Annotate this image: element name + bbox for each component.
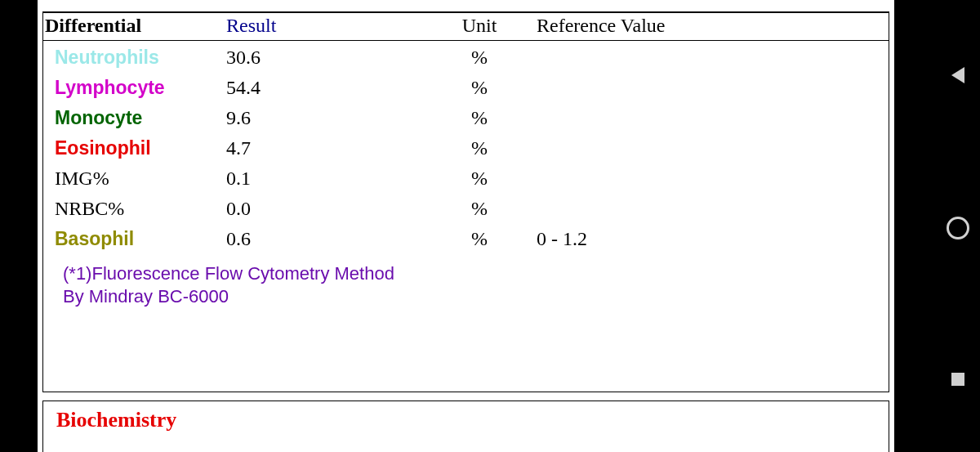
- biochemistry-panel: Biochemistry: [42, 401, 889, 452]
- row-label: IMG%: [55, 168, 226, 190]
- table-row: Eosinophil4.7%: [55, 133, 889, 163]
- header-reference: Reference Value: [537, 15, 749, 37]
- method-line1: (*1)Fluorescence Flow Cytometry Method: [63, 262, 889, 285]
- row-reference: 0 - 1.2: [537, 228, 749, 250]
- row-label: Neutrophils: [55, 47, 226, 69]
- differential-panel: Differential Result Unit Reference Value…: [42, 11, 889, 392]
- nav-home-icon[interactable]: [947, 217, 969, 239]
- row-label: NRBC%: [55, 198, 226, 220]
- row-result: 9.6: [226, 107, 422, 129]
- nav-back-icon[interactable]: [951, 67, 964, 83]
- table-row: Basophil0.6%0 - 1.2: [55, 224, 889, 254]
- row-result: 54.4: [226, 77, 422, 99]
- header-result: Result: [226, 15, 422, 37]
- table-row: Lymphocyte54.4%: [55, 73, 889, 103]
- table-row: IMG%0.1%: [55, 163, 889, 194]
- row-unit: %: [422, 77, 537, 99]
- row-label: Monocyte: [55, 107, 226, 129]
- row-result: 30.6: [226, 47, 422, 69]
- table-row: Monocyte9.6%: [55, 103, 889, 133]
- method-note: (*1)Fluorescence Flow Cytometry Method B…: [43, 254, 889, 307]
- row-unit: %: [422, 107, 537, 129]
- row-unit: %: [422, 228, 537, 250]
- row-unit: %: [422, 47, 537, 69]
- header-parameter: Differential: [45, 15, 226, 37]
- row-unit: %: [422, 168, 537, 190]
- row-result: 0.0: [226, 198, 422, 220]
- row-label: Eosinophil: [55, 137, 226, 159]
- table-header: Differential Result Unit Reference Value: [43, 13, 889, 41]
- method-line2: By Mindray BC-6000: [63, 285, 889, 308]
- header-unit: Unit: [422, 15, 537, 37]
- row-label: Basophil: [55, 228, 226, 250]
- row-unit: %: [422, 198, 537, 220]
- section-title-biochemistry: Biochemistry: [56, 408, 176, 432]
- nav-recents-icon[interactable]: [951, 373, 964, 386]
- row-label: Lymphocyte: [55, 77, 226, 99]
- android-nav-bar: [935, 0, 980, 452]
- screen: Differential Result Unit Reference Value…: [0, 0, 980, 452]
- table-row: Neutrophils30.6%: [55, 43, 889, 73]
- row-unit: %: [422, 137, 537, 159]
- table-row: NRBC%0.0%: [55, 194, 889, 224]
- row-result: 4.7: [226, 137, 422, 159]
- row-result: 0.6: [226, 228, 422, 250]
- row-result: 0.1: [226, 168, 422, 190]
- table-body: Neutrophils30.6%Lymphocyte54.4%Monocyte9…: [43, 41, 889, 254]
- document-page: Differential Result Unit Reference Value…: [38, 0, 894, 452]
